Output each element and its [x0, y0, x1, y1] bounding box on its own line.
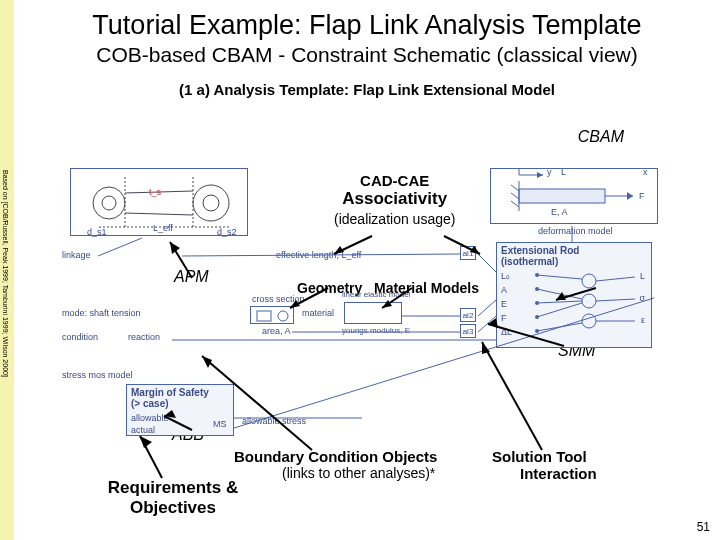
svg-line-13 [511, 201, 519, 207]
svg-line-66 [482, 342, 542, 450]
svg-line-31 [537, 301, 582, 303]
svg-rect-19 [257, 311, 271, 321]
svg-line-60 [170, 242, 192, 278]
lbl-youngs: youngs modulus, E [342, 326, 410, 335]
svg-point-3 [203, 195, 219, 211]
lbl-area: area, A [262, 326, 291, 336]
svg-line-39 [478, 254, 496, 272]
svg-rect-9 [519, 189, 605, 203]
sketch-flap-link: t_s d_s1 d_s2 L_eff [70, 168, 248, 236]
box-cross-section [250, 306, 294, 324]
svg-line-37 [98, 238, 142, 256]
svg-marker-67 [482, 342, 490, 354]
slide-title: Tutorial Example: Flap Link Analysis Tem… [14, 0, 720, 41]
svg-marker-69 [140, 436, 152, 448]
mos-ms: MS [213, 419, 227, 429]
cross-section-svg [251, 307, 295, 325]
deform-label: deformation model [538, 226, 613, 236]
svg-line-34 [596, 277, 635, 281]
sketch-rod: y x E, A F L [490, 168, 658, 224]
mos-actual: actual [131, 425, 155, 435]
stub-al2: al2 [460, 308, 476, 322]
lbl-linkage: linkage [62, 250, 91, 260]
svg-line-11 [511, 185, 519, 191]
svg-line-35 [596, 299, 635, 301]
svg-line-43 [478, 300, 496, 316]
svg-line-32 [537, 303, 582, 317]
svg-point-27 [582, 294, 596, 308]
lbl-linear-elastic: linear elastic model [342, 290, 410, 299]
svg-point-20 [278, 311, 288, 321]
box-linear-elastic [344, 302, 402, 324]
box-ext-rod: Extensional Rod (isothermal) L₀ A E F ΔL… [496, 242, 652, 348]
rod-F: F [639, 191, 645, 201]
svg-marker-65 [202, 356, 212, 368]
stub-al3: al3 [460, 324, 476, 338]
diagram-area: t_s d_s1 d_s2 L_eff y x E, A F L [42, 160, 702, 490]
label-cbam: CBAM [578, 128, 624, 146]
svg-line-12 [511, 193, 519, 199]
svg-point-2 [193, 185, 229, 221]
svg-marker-17 [537, 172, 543, 178]
lbl-condition: condition [62, 332, 98, 342]
lbl-mode: mode: shaft tension [62, 308, 141, 318]
mos-title: Margin of Safety (> case) [131, 387, 209, 409]
svg-point-28 [582, 314, 596, 328]
svg-line-33 [537, 323, 582, 331]
rod-EA: E, A [551, 207, 568, 217]
svg-marker-15 [627, 192, 633, 200]
slide-root: Tutorial Example: Flap Link Analysis Tem… [0, 0, 720, 540]
svg-line-29 [537, 275, 582, 279]
stub-al1: al1 [460, 246, 476, 260]
mos-allowable: allowable [131, 413, 169, 423]
svg-line-41 [478, 316, 496, 332]
lbl-stress-mos: stress mos model [62, 370, 133, 380]
lbl-reaction: reaction [128, 332, 160, 342]
lbl-eff-len: effective length, L_eff [276, 250, 361, 260]
lbl-cross: cross section [252, 294, 305, 304]
lbl-material: material [302, 308, 334, 318]
slide-subtitle: COB-based CBAM - Constraint Schematic (c… [14, 43, 720, 67]
dim-ts: t_s [149, 187, 161, 197]
lbl-allowable-stress: allowable stress [242, 416, 306, 426]
section-heading: (1 a) Analysis Template: Flap Link Exten… [14, 81, 720, 98]
svg-marker-61 [170, 242, 180, 254]
ext-rod-wires [497, 243, 653, 349]
page-number: 51 [697, 520, 710, 534]
rod-svg [491, 169, 659, 225]
axis-y: y [547, 167, 552, 177]
svg-line-5 [125, 213, 193, 215]
dim-ds2: d_s2 [217, 227, 237, 237]
dim-ds1: d_s1 [87, 227, 107, 237]
side-credit: Based on [COB/Russell, Peak 1999; Tambur… [2, 170, 9, 377]
svg-line-30 [537, 289, 582, 299]
dim-leff: L_eff [153, 223, 173, 233]
svg-point-0 [93, 187, 125, 219]
svg-line-68 [140, 436, 162, 478]
axis-x: x [643, 167, 648, 177]
svg-point-26 [582, 274, 596, 288]
box-mos: Margin of Safety (> case) allowable actu… [126, 384, 234, 436]
svg-point-1 [102, 196, 116, 210]
rod-L: L [561, 167, 566, 177]
